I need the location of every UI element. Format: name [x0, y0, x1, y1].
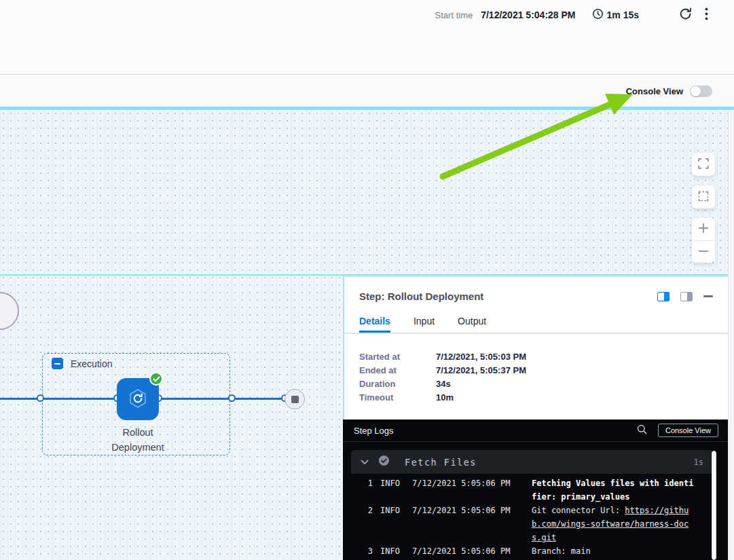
log-message: Git connector Url: https://github.com/wi…: [532, 504, 695, 544]
execution-top-bar: Start time 7/12/2021 5:04:28 PM 1m 15s: [0, 0, 734, 75]
detail-value: 10m: [436, 391, 454, 405]
canvas-zoom-controls: [692, 153, 715, 263]
log-level: INFO: [380, 544, 405, 558]
log-message-highlight: Fetching Values files with identifier: p…: [532, 479, 693, 502]
log-search-button[interactable]: [637, 424, 647, 436]
detail-row: Duration 34s: [359, 377, 713, 391]
panel-view-button[interactable]: [680, 292, 693, 301]
stage-progress-bar: [0, 107, 734, 110]
plus-icon: [698, 223, 709, 236]
log-message: Fetching Values files with identifier: p…: [532, 477, 695, 504]
split-view-button-active[interactable]: [657, 292, 669, 301]
group-label: Execution: [71, 358, 112, 369]
console-view-toggle[interactable]: [690, 86, 712, 97]
log-timestamp: 7/12/2021 5:05:06 PM: [412, 477, 511, 490]
logs-console-view-button[interactable]: Console View: [658, 424, 718, 437]
tab-input[interactable]: Input: [414, 316, 435, 333]
log-lines: 1INFO7/12/2021 5:05:06 PMFetching Values…: [343, 474, 728, 558]
panel-tabs: Details Input Output: [344, 316, 728, 333]
chevron-down-icon: [361, 460, 369, 465]
refresh-button[interactable]: [678, 7, 693, 23]
zoom-in-button[interactable]: [692, 218, 715, 240]
fit-to-screen-button[interactable]: [692, 186, 715, 208]
log-row: 3INFO7/12/2021 5:05:06 PMBranch: main: [351, 544, 728, 558]
log-level: INFO: [380, 504, 405, 517]
detail-label: Timeout: [359, 391, 436, 405]
pipeline-execution-page: Start time 7/12/2021 5:04:28 PM 1m 15s: [0, 0, 734, 560]
zoom-out-button[interactable]: [692, 240, 715, 263]
more-options-button[interactable]: [705, 7, 708, 22]
stop-icon: [291, 396, 299, 403]
tab-details[interactable]: Details: [359, 316, 390, 333]
console-view-label: Console View: [626, 86, 683, 96]
elapsed-time: 1m 15s: [607, 10, 639, 20]
log-level: INFO: [380, 477, 405, 490]
check-circle-icon: [378, 455, 390, 469]
toggle-knob: [691, 86, 701, 96]
detail-value: 7/12/2021, 5:05:37 PM: [436, 364, 526, 377]
log-line-number: 1: [351, 477, 373, 490]
node-label: Rollout Deployment: [100, 425, 175, 455]
step-logs-title: Step Logs: [354, 426, 637, 436]
log-message-text: Branch: main: [532, 546, 591, 556]
minus-icon: [54, 363, 60, 365]
log-line-number: 3: [351, 544, 373, 558]
minimize-panel-button[interactable]: [703, 295, 713, 297]
detail-value: 34s: [436, 377, 451, 391]
detail-label: Ended at: [359, 364, 436, 377]
log-line-number: 2: [351, 504, 373, 517]
page-scrollbar-track[interactable]: [728, 110, 734, 560]
log-scrollbar-thumb[interactable]: [712, 451, 716, 560]
edge-connector-dot: [37, 394, 44, 402]
log-group-name: Fetch Files: [405, 457, 694, 468]
rollout-step-icon: [125, 386, 151, 413]
fullscreen-button[interactable]: [692, 153, 715, 176]
log-message-text: Git connector Url:: [532, 506, 625, 515]
refresh-icon: [678, 7, 693, 23]
log-group-duration: 1s: [694, 458, 703, 467]
collapse-group-checkbox[interactable]: [52, 358, 63, 369]
edge-connector-dot: [228, 394, 236, 402]
clock-icon: [592, 8, 604, 22]
detail-row: Timeout 10m: [359, 391, 713, 405]
tab-output[interactable]: Output: [458, 316, 486, 333]
kebab-menu-icon: [705, 7, 708, 22]
log-message: Branch: main: [532, 544, 695, 558]
details-list: Started at 7/12/2021, 5:05:03 PM Ended a…: [344, 334, 728, 405]
detail-row: Ended at 7/12/2021, 5:05:37 PM: [359, 364, 713, 377]
step-logs-panel: Step Logs Console View Fetch Files 1s 1I…: [343, 419, 728, 560]
log-row: 2INFO7/12/2021 5:05:06 PMGit connector U…: [351, 504, 728, 544]
log-row: 1INFO7/12/2021 5:05:06 PMFetching Values…: [351, 477, 728, 504]
success-badge-icon: [149, 372, 163, 386]
minus-icon: [698, 246, 709, 259]
detail-row: Started at 7/12/2021, 5:05:03 PM: [359, 350, 713, 364]
log-timestamp: 7/12/2021 5:05:06 PM: [412, 544, 511, 558]
log-group-fetch-files[interactable]: Fetch Files 1s: [351, 450, 714, 474]
split-view-icon: [664, 293, 669, 301]
panel-view-icon: [687, 293, 692, 301]
start-time-label: Start time: [435, 10, 473, 20]
fullscreen-icon: [698, 158, 709, 171]
detail-value: 7/12/2021, 5:05:03 PM: [436, 350, 526, 364]
search-icon: [637, 424, 647, 436]
view-toolbar: Console View: [0, 75, 734, 107]
start-time-value: 7/12/2021 5:04:28 PM: [481, 10, 575, 20]
detail-label: Duration: [359, 377, 436, 391]
stop-node[interactable]: [285, 389, 305, 409]
fit-to-screen-icon: [698, 191, 709, 204]
panel-title: Step: Rollout Deployment: [359, 291, 657, 302]
log-timestamp: 7/12/2021 5:05:06 PM: [412, 504, 511, 517]
detail-label: Started at: [359, 350, 436, 364]
